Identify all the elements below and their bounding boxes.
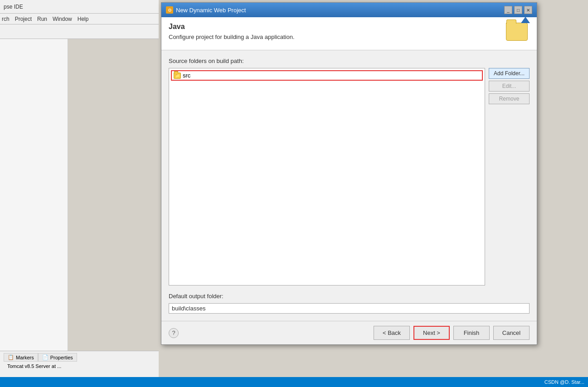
src-folder-icon: 📁 bbox=[174, 73, 181, 79]
sidebar-buttons: Add Folder... Edit... Remove bbox=[489, 68, 530, 285]
output-folder-label: Default output folder: bbox=[169, 293, 530, 300]
minimize-button[interactable]: _ bbox=[504, 6, 512, 14]
output-folder-input[interactable] bbox=[169, 303, 530, 314]
dialog-overlay: ⚙ New Dynamic Web Project _ □ ✕ Java Con… bbox=[0, 0, 588, 387]
add-folder-button[interactable]: Add Folder... bbox=[489, 68, 530, 79]
section-description: Configure project for building a Java ap… bbox=[169, 34, 295, 40]
source-folders-label: Source folders on build path: bbox=[169, 58, 530, 64]
cancel-button[interactable]: Cancel bbox=[493, 326, 530, 340]
footer-left: ? bbox=[169, 328, 179, 338]
maximize-button[interactable]: □ bbox=[514, 6, 522, 14]
dialog-body: Source folders on build path: 📁 src Add … bbox=[161, 50, 537, 321]
help-button[interactable]: ? bbox=[169, 328, 179, 338]
dialog-title-left: ⚙ New Dynamic Web Project bbox=[166, 6, 246, 14]
new-dynamic-web-project-dialog: ⚙ New Dynamic Web Project _ □ ✕ Java Con… bbox=[161, 2, 537, 345]
dialog-header-text: Java Configure project for building a Ja… bbox=[169, 23, 295, 40]
footer-right: < Back Next > Finish Cancel bbox=[374, 326, 530, 340]
next-button[interactable]: Next > bbox=[413, 326, 450, 340]
src-folder-item[interactable]: 📁 src bbox=[171, 70, 483, 81]
dialog-footer: ? < Back Next > Finish Cancel bbox=[161, 321, 537, 344]
folder-arrow-icon bbox=[521, 17, 530, 23]
dialog-title-controls: _ □ ✕ bbox=[504, 6, 532, 14]
close-button[interactable]: ✕ bbox=[524, 6, 532, 14]
back-button[interactable]: < Back bbox=[374, 326, 410, 340]
edit-button[interactable]: Edit... bbox=[489, 81, 530, 92]
source-folder-list[interactable]: 📁 src bbox=[169, 68, 485, 285]
remove-button[interactable]: Remove bbox=[489, 93, 530, 104]
section-title: Java bbox=[169, 23, 295, 31]
folder-large-icon bbox=[506, 23, 528, 41]
src-folder-label: src bbox=[183, 72, 190, 79]
dialog-gear-icon: ⚙ bbox=[166, 6, 173, 14]
dialog-header: Java Configure project for building a Ja… bbox=[161, 17, 537, 50]
status-text: CSDN @D. Star... bbox=[544, 379, 584, 385]
source-folder-area: 📁 src Add Folder... Edit... Remove bbox=[169, 68, 530, 285]
package-icon: 📁 bbox=[175, 73, 180, 78]
dialog-title-text: New Dynamic Web Project bbox=[176, 7, 246, 14]
dialog-titlebar: ⚙ New Dynamic Web Project _ □ ✕ bbox=[161, 3, 537, 17]
status-bar: CSDN @D. Star... bbox=[0, 377, 588, 387]
finish-button[interactable]: Finish bbox=[453, 326, 490, 340]
output-folder-section: Default output folder: bbox=[169, 293, 530, 314]
folder-icon-container bbox=[506, 23, 530, 44]
